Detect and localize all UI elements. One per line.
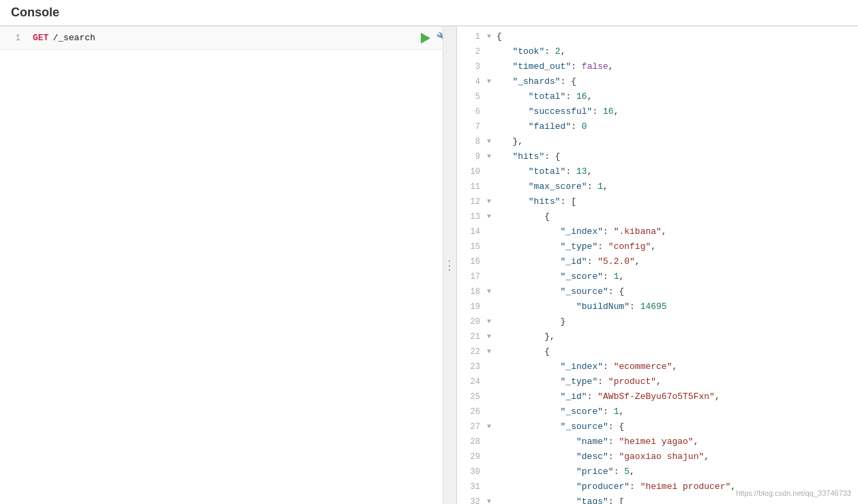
fold-arrow-icon[interactable]: ▼ [487,29,497,44]
line-number: 19 [460,299,487,314]
fold-arrow-icon[interactable]: ▼ [487,284,497,299]
line-content: "_type": "config", [497,239,855,254]
line-number: 9 [460,149,487,164]
line-content: "_index": ".kibana", [497,224,855,239]
json-line: 26 "_score": 1, [457,404,858,419]
line-number: 13 [460,209,487,224]
fold-arrow-icon[interactable]: ▼ [487,494,497,504]
json-line: 10 "total": 13, [457,164,858,179]
line-content: "total": 13, [497,164,855,179]
editor-body[interactable] [0,50,456,504]
line-number: 4 [460,74,487,89]
line-number: 20 [460,314,487,329]
run-icon [421,33,430,44]
panel-resize-handle[interactable]: ⋮ [443,27,456,504]
line-content: "price": 5, [497,464,855,479]
fold-arrow-icon[interactable]: ▼ [487,344,497,359]
json-line: 4▼ "_shards": { [457,74,858,89]
json-line: 14 "_index": ".kibana", [457,224,858,239]
fold-arrow-icon[interactable]: ▼ [487,314,497,329]
editor-line-number: 1 [0,33,27,43]
line-number: 7 [460,119,487,134]
output-panel[interactable]: 1▼{2 "took": 2,3 "timed_out": false,4▼ "… [457,27,858,504]
editor-panel: 1 GET /_search 🔧 ⋮ [0,27,457,504]
json-line: 19 "buildNum": 14695 [457,299,858,314]
json-line: 17 "_score": 1, [457,269,858,284]
json-line: 29 "desc": "gaoxiao shajun", [457,449,858,464]
main-content: 1 GET /_search 🔧 ⋮ [0,27,858,504]
line-number: 6 [460,104,487,119]
line-number: 5 [460,89,487,104]
fold-arrow-icon[interactable]: ▼ [487,134,497,149]
json-line: 16 "_id": "5.2.0", [457,254,858,269]
run-button[interactable] [419,31,432,45]
title-bar: Console [0,0,858,27]
line-content: "timed_out": false, [497,59,855,74]
line-content: { [497,344,855,359]
line-content: "_index": "ecommerce", [497,359,855,374]
line-content: "_id": "AWbSf-ZeByu67o5T5Fxn", [497,389,855,404]
line-number: 14 [460,224,487,239]
line-content: "hits": { [497,149,855,164]
line-content: "_source": { [497,284,855,299]
line-number: 29 [460,449,487,464]
line-number: 11 [460,179,487,194]
line-number: 8 [460,134,487,149]
line-content: "took": 2, [497,44,855,59]
editor-input-area[interactable]: GET /_search [27,33,419,43]
line-number: 24 [460,374,487,389]
line-number: 30 [460,464,487,479]
line-content: }, [497,134,855,149]
line-number: 17 [460,269,487,284]
line-content: "failed": 0 [497,119,855,134]
line-number: 21 [460,329,487,344]
line-number: 25 [460,389,487,404]
fold-arrow-icon[interactable]: ▼ [487,329,497,344]
app-container: Console 1 GET /_search 🔧 [0,0,858,504]
json-line: 2 "took": 2, [457,44,858,59]
json-line: 21▼ }, [457,329,858,344]
fold-arrow-icon[interactable]: ▼ [487,194,497,209]
watermark: https://blog.csdn.net/qq_33746733 [736,489,851,497]
line-content: } [497,314,855,329]
line-number: 18 [460,284,487,299]
line-content: "_type": "product", [497,374,855,389]
line-content: "_score": 1, [497,404,855,419]
request-path: /_search [53,33,95,43]
json-line: 1▼{ [457,29,858,44]
line-number: 22 [460,344,487,359]
json-line: 28 "name": "heimei yagao", [457,434,858,449]
json-line: 8▼ }, [457,134,858,149]
line-content: "total": 16, [497,89,855,104]
fold-arrow-icon[interactable]: ▼ [487,419,497,434]
line-content: "hits": [ [497,194,855,209]
json-line: 12▼ "hits": [ [457,194,858,209]
line-number: 3 [460,59,487,74]
line-content: }, [497,329,855,344]
line-number: 15 [460,239,487,254]
app-title: Console [11,5,59,19]
resize-dots-icon: ⋮ [443,258,456,273]
json-line: 11 "max_score": 1, [457,179,858,194]
fold-arrow-icon[interactable]: ▼ [487,209,497,224]
json-line: 30 "price": 5, [457,464,858,479]
line-content: "name": "heimei yagao", [497,434,855,449]
line-number: 28 [460,434,487,449]
fold-arrow-icon[interactable]: ▼ [487,74,497,89]
line-number: 26 [460,404,487,419]
json-line: 9▼ "hits": { [457,149,858,164]
line-number: 23 [460,359,487,374]
json-line: 25 "_id": "AWbSf-ZeByu67o5T5Fxn", [457,389,858,404]
fold-arrow-icon[interactable]: ▼ [487,149,497,164]
json-line: 6 "successful": 16, [457,104,858,119]
line-content: "_source": { [497,419,855,434]
json-line: 22▼ { [457,344,858,359]
line-content: "_score": 1, [497,269,855,284]
line-number: 10 [460,164,487,179]
json-line: 3 "timed_out": false, [457,59,858,74]
json-line: 20▼ } [457,314,858,329]
line-number: 31 [460,479,487,494]
json-line: 27▼ "_source": { [457,419,858,434]
line-content: "buildNum": 14695 [497,299,855,314]
http-method: GET [33,33,48,43]
